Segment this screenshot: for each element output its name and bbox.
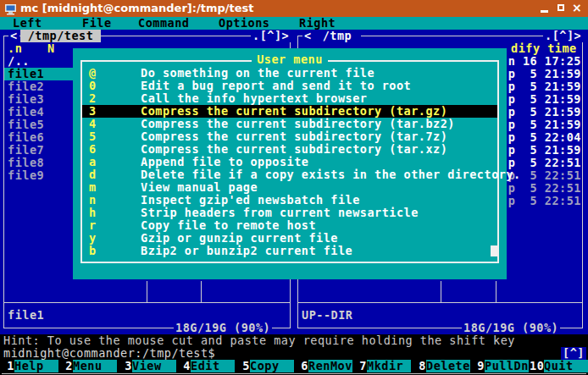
menu-options[interactable]: Options — [219, 17, 269, 30]
menu-hotkey: m — [89, 181, 97, 194]
menu-left[interactable]: Left — [13, 17, 42, 30]
mc-terminal-window: mc [midnight@commander]:/tmp/test × Left… — [0, 0, 588, 375]
menu-command[interactable]: Command — [138, 17, 189, 30]
menu-hotkey: @ — [89, 67, 97, 80]
mtime-cell[interactable]: p 5 22:04 — [507, 131, 581, 144]
file-row[interactable]: file4 — [8, 106, 44, 119]
command-line[interactable]: midnight@commander:/tmp/test$ — [3, 347, 215, 360]
menu-hotkey: 0 — [89, 80, 97, 92]
mtime-cell[interactable]: p 5 22:51 — [507, 182, 581, 195]
mtime-cell[interactable]: p 5 21:59 — [507, 119, 581, 131]
left-panel-size-column-line — [147, 281, 147, 302]
terminal-area: Left File Command Options Right < /tmp/t… — [0, 17, 588, 375]
menu-hotkey: 2 — [89, 92, 97, 105]
menu-hotkey: b — [89, 245, 97, 257]
file-row[interactable]: file2 — [8, 80, 44, 93]
menu-hotkey: n — [89, 194, 97, 207]
window-titlebar[interactable]: mc [midnight@commander]:/tmp/test × — [0, 0, 588, 17]
user-menu-item[interactable]: dDelete file if a copy exists in the oth… — [82, 168, 497, 181]
hint-line: Hint: To use the mouse cut and paste may… — [3, 334, 515, 347]
file-row[interactable]: file3 — [8, 93, 44, 106]
menu-file[interactable]: File — [82, 17, 112, 30]
mtime-cell[interactable]: p 5 22:51 — [507, 195, 581, 207]
file-row-updir[interactable]: /.. — [8, 55, 30, 68]
user-menu-item-selected[interactable]: 3Compress the current subdirectory (tar.… — [82, 105, 497, 118]
right-panel-mini-status: UP--DIR — [302, 309, 352, 322]
mtime-cell[interactable]: p 5 21:59 — [507, 80, 581, 93]
user-menu-item[interactable]: 4Compress the current subdirectory (tar.… — [82, 118, 497, 130]
user-menu-item[interactable]: @Do something on the current file — [82, 67, 497, 80]
user-menu-item[interactable]: mView manual page — [82, 181, 497, 194]
menu-hotkey: r — [89, 219, 97, 232]
mtime-cell[interactable]: p 5 21:59 — [507, 144, 581, 157]
left-panel-separator — [3, 302, 291, 303]
right-panel-path[interactable]: /tmp — [313, 30, 361, 42]
close-button[interactable]: × — [569, 0, 585, 17]
menu-hotkey: y — [89, 232, 97, 245]
left-panel-name-header[interactable]: N — [47, 42, 55, 55]
maximize-button[interactable] — [554, 0, 569, 17]
menu-hotkey: h — [89, 207, 97, 219]
left-panel-disk-usage: 18G/19G (90%) — [174, 322, 272, 334]
menu-hotkey: 5 — [89, 130, 97, 143]
user-menu-item[interactable]: yGzip or gunzip current file — [82, 232, 497, 245]
right-panel-mtime-header[interactable]: dify time — [511, 42, 577, 55]
history-dropdown-badge[interactable]: [^] — [561, 347, 586, 360]
user-menu-item[interactable]: aAppend file to opposite — [82, 156, 497, 168]
left-panel-mtime-column-line — [201, 281, 202, 302]
text-cursor — [491, 245, 498, 256]
menu-right[interactable]: Right — [299, 17, 336, 30]
user-menu-item[interactable]: 0Edit a bug report and send it to root — [82, 80, 497, 92]
left-panel-rewind-marker[interactable]: < — [8, 30, 19, 42]
right-panel-border-right — [582, 36, 583, 328]
window-title: mc [midnight@commander]:/tmp/test — [20, 2, 254, 14]
minimize-button[interactable] — [537, 0, 552, 17]
left-panel-path[interactable]: /tmp/test — [20, 30, 101, 42]
right-panel-scroll-marker[interactable]: .[^]> — [543, 30, 583, 42]
function-key-bar: 1Help 2Menu 3View 4Edit 5Copy 6RenMov 7M… — [0, 360, 588, 372]
file-row[interactable]: file8 — [8, 157, 44, 169]
left-panel-mini-status: file1 — [8, 309, 44, 322]
user-menu-title: User menu — [73, 53, 507, 67]
right-panel-mtime-column-line — [496, 281, 496, 302]
user-menu-item[interactable]: nInspect gzip'ed newsbatch file — [82, 194, 497, 207]
user-menu-item[interactable]: 5Compress the current subdirectory (tar.… — [82, 130, 497, 143]
file-row[interactable]: file6 — [8, 131, 44, 144]
menu-hotkey: 6 — [89, 143, 97, 156]
user-menu-item[interactable]: 6Compress the current subdirectory (tar.… — [82, 143, 497, 156]
menu-hotkey: 3 — [89, 105, 97, 118]
terminal-app-icon — [4, 3, 17, 14]
right-panel-rewind-marker[interactable]: < — [302, 30, 313, 42]
user-menu-dialog: User menu @Do something on the current f… — [73, 48, 507, 279]
menu-hotkey: 4 — [89, 118, 97, 130]
user-menu-item[interactable]: 2Call the info hypertext browser — [82, 92, 497, 105]
mtime-cell[interactable]: p 5 21:59 — [507, 93, 581, 106]
user-menu-item[interactable]: rCopy file to remote host — [82, 219, 497, 232]
file-row[interactable]: file5 — [8, 119, 44, 131]
left-panel-sort-header[interactable]: .n — [8, 42, 22, 55]
menu-hotkey: a — [89, 156, 97, 168]
user-menu-item[interactable]: hStrip headers from current newsarticle — [82, 207, 497, 219]
user-menu-item[interactable]: bBzip2 or bunzip2 current file — [82, 245, 497, 257]
menu-bar: Left File Command Options Right — [0, 17, 588, 30]
left-panel-scroll-marker[interactable]: .[^]> — [251, 30, 291, 42]
mtime-cell[interactable]: n 16 17:25 — [507, 55, 581, 68]
mtime-cell[interactable]: p 5 21:59 — [507, 106, 581, 119]
file-row[interactable]: file7 — [8, 144, 44, 157]
right-panel-separator — [297, 302, 583, 303]
mtime-cell[interactable]: p 5 21:59 — [507, 68, 581, 80]
menu-hotkey: d — [89, 168, 97, 181]
right-panel-disk-usage: 18G/19G (90%) — [462, 322, 560, 334]
file-row[interactable]: file9 — [8, 169, 44, 182]
right-panel-size-column-line — [441, 281, 441, 302]
